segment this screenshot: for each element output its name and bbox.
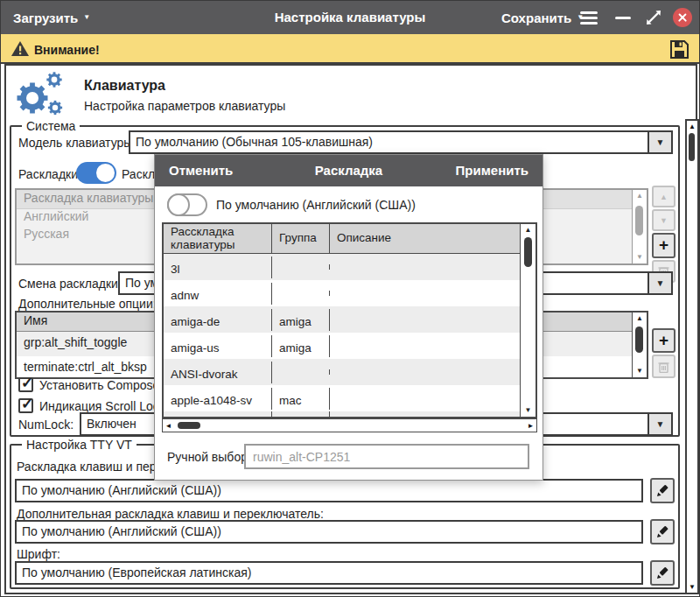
- table-row[interactable]: amiga-de amiga: [164, 306, 520, 333]
- scroll-up-icon[interactable]: ▲: [636, 313, 643, 325]
- save-file-icon[interactable]: [669, 39, 690, 60]
- cell-layout: amiga-de: [164, 309, 272, 331]
- apply-button[interactable]: Применить: [456, 163, 528, 178]
- cell-description: [330, 291, 520, 296]
- checkmark-icon: ✓: [21, 395, 33, 413]
- save-menu-button[interactable]: Сохранить ▼: [501, 1, 584, 34]
- save-menu-label: Сохранить: [501, 11, 571, 25]
- scrolllock-checkbox[interactable]: ✓: [18, 398, 33, 413]
- scroll-up-icon[interactable]: ▲: [525, 224, 532, 236]
- cell-layout: amiga-us: [164, 335, 272, 357]
- options-table-scrollbar[interactable]: ▲ ▼: [632, 313, 647, 377]
- dropdown-arrow-icon[interactable]: ▼: [648, 414, 671, 434]
- dropdown-arrow-icon[interactable]: ▼: [648, 132, 671, 152]
- extra-options-label: Дополнительные опции:: [18, 297, 157, 311]
- pencil-icon: [656, 484, 669, 497]
- edit-tty-layout-button[interactable]: [650, 478, 675, 503]
- layouts-toggle[interactable]: [76, 162, 116, 184]
- layout-dialog-header: Отменить Раскладка Применить: [155, 155, 542, 186]
- scrollbar-thumb: [635, 206, 643, 235]
- checkmark-icon: ✓: [21, 374, 33, 392]
- page-subtitle: Настройка параметров клавиатуры: [84, 99, 285, 113]
- cell-description: [330, 343, 520, 348]
- table-row[interactable]: 3l: [164, 254, 520, 280]
- cell-description: [330, 369, 520, 375]
- cell-description: [330, 264, 520, 270]
- scroll-down-icon[interactable]: ▼: [689, 581, 696, 593]
- edit-tty-extra-layout-button[interactable]: [650, 519, 675, 544]
- tty-font-field: По умолчанию (Европейская латинская): [15, 561, 643, 585]
- scrollbar-thumb[interactable]: [689, 133, 695, 161]
- move-up-button: ▲: [652, 186, 676, 207]
- move-down-button: ▼: [652, 209, 676, 231]
- pencil-icon: [656, 566, 669, 579]
- up-arrow-icon: ▲: [660, 193, 668, 201]
- layouts-table-hscrollbar[interactable]: ◄ ►: [162, 418, 537, 432]
- cell-group: amiga: [272, 309, 330, 331]
- pencil-icon: [656, 525, 669, 538]
- cell-group: [272, 264, 330, 270]
- compose-checkbox[interactable]: ✓: [18, 377, 33, 392]
- layouts-table-scrollbar[interactable]: ▲ ▼: [520, 224, 536, 417]
- manual-select-input[interactable]: [244, 444, 529, 469]
- window-scrollbar[interactable]: ▲ ▼: [685, 119, 699, 594]
- warning-label: Внимание!: [34, 43, 100, 57]
- add-layout-button[interactable]: +: [652, 233, 676, 258]
- layouts-table-header-row: Расскладка клавиатуры Группа Описание: [164, 224, 520, 254]
- table-row-partial: [164, 411, 520, 417]
- expand-icon[interactable]: [645, 9, 662, 26]
- edit-tty-font-button[interactable]: [650, 560, 675, 586]
- default-layout-toggle-label: По умолчанию (Английский (США)): [216, 198, 416, 212]
- scrollbar-thumb[interactable]: [178, 422, 200, 429]
- table-row[interactable]: apple-a1048-sv mac: [164, 385, 520, 411]
- table-row[interactable]: adnw: [164, 280, 520, 306]
- column-header[interactable]: Описание: [330, 224, 520, 253]
- keyboard-model-label: Модель клавиатуры:: [18, 136, 136, 150]
- cell-layout: 3l: [164, 256, 272, 278]
- cell-layout: adnw: [164, 283, 272, 305]
- compose-checkbox-label: Установить Compose: [39, 378, 159, 392]
- column-header[interactable]: Группа: [272, 224, 330, 253]
- scrollbar-thumb[interactable]: [635, 327, 643, 353]
- tty-extra-layout-field: По умолчанию (Английский (США)): [15, 520, 643, 544]
- keyboard-model-select[interactable]: По умолчанию (Обычная 105-клавишная) ▼: [129, 130, 673, 154]
- column-header[interactable]: Расскладка клавиатуры: [164, 224, 272, 253]
- tty-legend: Настройка TTY VT: [22, 438, 136, 452]
- page-title: Клавиатура: [84, 78, 165, 94]
- scrollbar-thumb[interactable]: [524, 237, 532, 267]
- trash-icon: [658, 361, 669, 373]
- toggle-knob: [96, 164, 115, 182]
- down-arrow-icon: ▼: [660, 216, 668, 225]
- close-icon[interactable]: [673, 8, 692, 27]
- scroll-down-icon[interactable]: ▼: [525, 404, 532, 417]
- system-legend: Система: [22, 119, 80, 133]
- keyboard-model-value: По умолчанию (Обычная 105-клавишная): [130, 132, 648, 152]
- minimize-icon[interactable]: [615, 17, 631, 19]
- tty-layout-field: По умолчанию (Английский (США)): [15, 479, 643, 502]
- layouts-table: Расскладка клавиатуры Группа Описание 3l…: [162, 222, 537, 418]
- manual-select-label: Ручной выбор:: [167, 450, 251, 464]
- dropdown-arrow-icon[interactable]: ▼: [648, 273, 671, 293]
- scroll-left-icon[interactable]: ◄: [163, 422, 174, 430]
- cell-group: [272, 369, 330, 375]
- scroll-down-icon: ▼: [636, 251, 643, 263]
- scroll-up-icon[interactable]: ▲: [689, 121, 696, 132]
- tty-font-label: Шрифт:: [17, 547, 60, 561]
- scroll-down-icon[interactable]: ▼: [636, 365, 643, 377]
- cell-group: [272, 291, 330, 296]
- scroll-up-icon: ▲: [636, 190, 643, 202]
- toggle-knob: [167, 193, 190, 216]
- cell-layout: ANSI-dvorak: [164, 362, 272, 383]
- numlock-label: NumLock:: [18, 418, 74, 432]
- table-row[interactable]: amiga-us amiga: [164, 333, 520, 359]
- cell-group: amiga: [272, 335, 330, 357]
- delete-option-button: [652, 355, 676, 378]
- tty-extra-layout-label: Дополнительная раскладка клавиш и перекл…: [17, 507, 324, 521]
- table-row[interactable]: ANSI-dvorak: [164, 359, 520, 385]
- scroll-right-icon[interactable]: ►: [525, 422, 536, 430]
- default-layout-toggle[interactable]: [167, 193, 207, 216]
- hamburger-menu-icon[interactable]: [580, 9, 598, 27]
- add-option-button[interactable]: +: [652, 328, 676, 353]
- plus-icon: +: [659, 236, 668, 253]
- layout-dialog: Отменить Раскладка Применить По умолчани…: [154, 154, 543, 481]
